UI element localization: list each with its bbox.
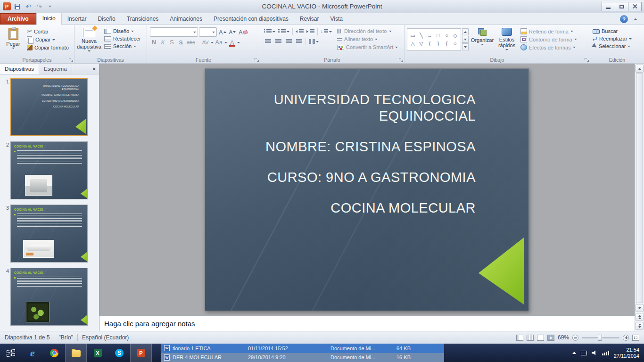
italic-button[interactable]: K — [159, 38, 167, 47]
save-icon[interactable] — [13, 2, 22, 11]
qat-dropdown-icon[interactable] — [46, 2, 54, 11]
file-row[interactable]: tionario 1 ETICA 01/11/2014 15:52 Docume… — [161, 344, 444, 353]
text-direction-button[interactable]: Dirección del texto — [336, 28, 399, 34]
close-button[interactable] — [628, 2, 642, 11]
font-color-button[interactable]: A — [228, 38, 236, 47]
tray-monitor-icon[interactable] — [581, 351, 587, 355]
align-left-button[interactable] — [263, 37, 272, 46]
taskbar-clock[interactable]: 21:54 27/11/2014 — [614, 347, 639, 359]
numbering-button[interactable] — [277, 27, 290, 36]
change-case-button[interactable]: Aa — [215, 38, 223, 47]
increase-font-size-button[interactable] — [218, 28, 227, 36]
taskbar-internet-explorer-button[interactable] — [22, 344, 43, 362]
thumbnail-slide-2[interactable]: COCINA AL VACIO — [10, 141, 88, 199]
tray-expand-icon[interactable] — [572, 352, 576, 354]
shape-star-icon[interactable] — [452, 41, 458, 47]
taskbar-file-explorer-button[interactable] — [65, 344, 87, 362]
bold-button[interactable]: N — [150, 38, 158, 47]
text-shadow-button[interactable]: S — [177, 40, 185, 46]
redo-icon[interactable] — [35, 2, 43, 11]
shape-triangle-icon[interactable] — [410, 41, 416, 47]
zoom-in-button[interactable] — [623, 335, 629, 341]
new-slide-button[interactable]: Nueva diapositiva — [75, 26, 103, 57]
minimize-button[interactable] — [602, 2, 615, 11]
shape-line-icon[interactable] — [418, 33, 424, 39]
paste-button[interactable]: Pegar — [1, 26, 25, 57]
shape-effects-button[interactable]: Efectos de formas — [519, 44, 578, 51]
thumbnail-slide-3[interactable]: COCINA AL VACIO — [10, 205, 88, 263]
columns-button[interactable] — [308, 37, 320, 46]
replace-button[interactable]: Reemplazar — [591, 35, 633, 42]
bullets-button[interactable] — [263, 27, 276, 36]
zoom-slider[interactable] — [582, 337, 619, 338]
slideshow-view-button[interactable] — [547, 335, 554, 341]
reading-view-button[interactable] — [537, 335, 544, 341]
slide-editor[interactable]: UNIVERSIDAD TECNOLOGICA EQUINOCCIAL NOMB… — [205, 68, 529, 311]
quick-styles-button[interactable]: Estilos rápidos — [495, 26, 519, 57]
file-row[interactable]: DER 4 MOLECULAR 29/10/2014 9:20 Document… — [161, 353, 444, 362]
tray-network-icon[interactable] — [602, 351, 609, 355]
justify-button[interactable] — [294, 37, 304, 46]
taskbar-chrome-button[interactable] — [43, 344, 65, 362]
maximize-button[interactable] — [615, 2, 628, 11]
normal-view-button[interactable] — [516, 335, 523, 341]
underline-button[interactable]: S — [168, 38, 176, 47]
character-spacing-button[interactable]: AV — [201, 38, 210, 47]
decrease-font-size-button[interactable] — [228, 28, 237, 36]
shape-rectangle-icon[interactable] — [435, 33, 441, 39]
tab-inicio[interactable]: Inicio — [36, 13, 62, 25]
shape-fill-button[interactable]: Relleno de forma — [519, 28, 578, 35]
title-text-block[interactable]: UNIVERSIDAD TECNOLOGICA EQUINOCCIAL NOMB… — [265, 91, 476, 216]
shape-arrow-icon[interactable] — [427, 33, 433, 39]
shape-diamond-icon[interactable] — [452, 33, 458, 39]
shapes-gallery[interactable] — [407, 28, 461, 51]
shapes-scroll-up-icon[interactable] — [462, 28, 469, 35]
format-painter-button[interactable]: Copiar formato — [25, 44, 70, 51]
shape-oval-icon[interactable] — [444, 33, 450, 39]
tab-animaciones[interactable]: Animaciones — [164, 14, 208, 25]
help-icon[interactable]: ? — [620, 15, 628, 23]
scroll-down-button[interactable] — [636, 304, 644, 312]
line-spacing-button[interactable] — [320, 27, 333, 36]
language-indicator[interactable]: Español (Ecuador) — [82, 334, 129, 341]
shapes-more-icon[interactable] — [462, 43, 469, 50]
tab-archivo[interactable]: Archivo — [0, 13, 36, 25]
tab-vista[interactable]: Vista — [325, 14, 348, 25]
close-pane-button[interactable] — [89, 64, 99, 74]
zoom-out-button[interactable] — [572, 335, 578, 341]
thumbnail-slide-4[interactable]: COCINA AL VACIO — [10, 268, 88, 326]
find-button[interactable]: Buscar — [591, 28, 633, 34]
font-dialog-launcher-icon[interactable] — [254, 58, 259, 62]
clipboard-dialog-launcher-icon[interactable] — [68, 58, 73, 62]
start-button[interactable] — [0, 344, 22, 362]
scroll-up-button[interactable] — [636, 65, 644, 73]
tab-insertar[interactable]: Insertar — [62, 14, 92, 25]
increase-indent-button[interactable] — [305, 27, 315, 36]
clear-formatting-button[interactable] — [238, 28, 248, 36]
tab-diapositivas[interactable]: Diapositivas — [0, 64, 39, 74]
taskbar-skype-button[interactable] — [108, 344, 130, 362]
fit-to-window-button[interactable] — [632, 335, 639, 341]
shape-triangle-down-icon[interactable] — [418, 41, 424, 47]
previous-slide-button[interactable] — [636, 313, 644, 321]
font-size-select[interactable] — [199, 27, 217, 37]
reset-button[interactable]: Restablecer — [103, 35, 142, 42]
arrange-button[interactable]: Organizar — [470, 26, 495, 57]
shape-outline-button[interactable]: Contorno de forma — [519, 36, 578, 43]
tab-diseno[interactable]: Diseño — [92, 14, 121, 25]
tab-transiciones[interactable]: Transiciones — [121, 14, 165, 25]
tab-revisar[interactable]: Revisar — [294, 14, 325, 25]
slide-sorter-view-button[interactable] — [527, 335, 534, 341]
layout-button[interactable]: Diseño — [103, 28, 142, 34]
undo-icon[interactable] — [24, 2, 33, 11]
paragraph-dialog-launcher-icon[interactable] — [398, 58, 403, 62]
tab-presentacion[interactable]: Presentación con diapositivas — [208, 14, 294, 25]
tab-esquema[interactable]: Esquema — [39, 64, 72, 74]
align-right-button[interactable] — [284, 37, 293, 46]
minimize-ribbon-icon[interactable] — [631, 15, 640, 23]
shape-select-icon[interactable] — [410, 33, 416, 39]
scrollbar-thumb[interactable] — [636, 74, 643, 303]
align-center-button[interactable] — [273, 37, 283, 46]
drawing-dialog-launcher-icon[interactable] — [584, 58, 589, 62]
taskbar-powerpoint-button[interactable] — [130, 344, 152, 362]
